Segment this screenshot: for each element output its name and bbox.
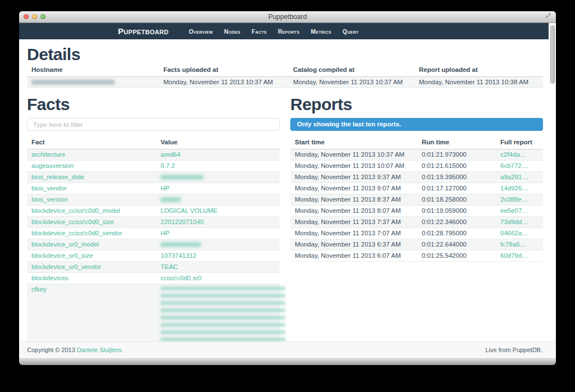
report-run-time: 0:01:22.346000 — [417, 217, 496, 228]
fact-link[interactable]: blockdevice_cciss!c0d0_model — [31, 207, 120, 214]
facts-uploaded-cell: Monday, November 11 2013 10:37 AM — [159, 77, 289, 88]
reports-table: Start time Run time Full report Monday, … — [290, 136, 543, 262]
reports-heading: Reports — [290, 95, 543, 113]
report-hash-link[interactable]: c2f4da… — [500, 151, 526, 158]
facts-table: Fact Value architectureamd64augeasversio… — [27, 136, 280, 341]
report-hash-link[interactable]: fc78a6… — [500, 241, 526, 248]
report-row: Monday, November 11 2013 7:37 AM0:01:22.… — [290, 217, 543, 228]
fact-value-cell — [156, 194, 280, 206]
fact-link[interactable]: cfkey — [31, 286, 47, 293]
report-run-time: 0:01:25.542000 — [417, 250, 496, 262]
fact-link[interactable]: bios_release_date — [31, 174, 84, 180]
copyright-text: Copyright © 2013 — [27, 347, 77, 353]
report-hash-link[interactable]: 14d926… — [500, 185, 528, 192]
fact-row: bios_vendorHP — [27, 183, 280, 194]
author-link[interactable]: Daniele Sluijters — [77, 347, 121, 353]
report-hash-cell: 04662a… — [496, 228, 543, 239]
window-title: Puppetboard — [19, 13, 556, 21]
fact-link[interactable]: blockdevice_sr0_size — [31, 252, 93, 259]
nav-item-nodes[interactable]: Nodes — [218, 28, 246, 35]
fact-row: bios_release_date — [27, 172, 280, 183]
report-hash-link[interactable]: 2c088e… — [500, 196, 528, 203]
fact-link[interactable]: blockdevices — [31, 275, 69, 281]
fact-value-cell: 0.7.2 — [156, 161, 280, 172]
navbar-menu: OverviewNodesFactsReportsMetricsQuery — [183, 28, 364, 35]
nav-item-overview[interactable]: Overview — [183, 28, 218, 35]
catalog-compiled-cell: Monday, November 11 2013 10:37 AM — [289, 77, 414, 88]
fact-link[interactable]: bios_vendor — [31, 185, 67, 192]
fact-value[interactable]: 1073741312 — [161, 252, 197, 259]
fact-row: bios_version — [27, 194, 280, 206]
report-hash-link[interactable]: 04662a… — [500, 230, 528, 236]
report-start-time: Monday, November 11 2013 7:07 AM — [290, 228, 417, 239]
fact-value[interactable]: HP — [161, 185, 170, 192]
fact-link[interactable]: architecture — [31, 151, 65, 158]
report-start-time: Monday, November 11 2013 10:07 AM — [290, 161, 417, 172]
fact-value[interactable]: cciss!c0d0,sr0 — [161, 275, 202, 281]
report-hash-link[interactable]: 6cb772… — [500, 162, 528, 169]
fact-name-cell: architecture — [27, 149, 156, 161]
scrollbar-thumb[interactable] — [550, 25, 555, 84]
fact-value[interactable]: amd64 — [161, 151, 180, 158]
reports-col-full-report: Full report — [496, 136, 543, 149]
facts-col-value: Value — [156, 136, 280, 149]
redacted-value — [161, 197, 181, 202]
nav-item-query[interactable]: Query — [337, 28, 364, 35]
window-titlebar[interactable]: Puppetboard ⤢ — [19, 11, 556, 23]
navbar-brand[interactable]: Puppetboard — [118, 26, 168, 36]
fact-name-cell: blockdevice_cciss!c0d0_model — [27, 206, 156, 217]
fact-link[interactable]: augeasversion — [31, 162, 74, 169]
window-bottom-chrome[interactable] — [19, 358, 556, 365]
fact-link[interactable]: bios_version — [31, 196, 68, 203]
copyright-period: . — [121, 347, 123, 353]
nav-item-reports[interactable]: Reports — [272, 28, 305, 35]
report-hash-cell: 6cb772… — [496, 161, 543, 172]
report-start-time: Monday, November 11 2013 7:37 AM — [290, 217, 417, 228]
details-heading: Details — [27, 45, 543, 63]
report-hash-cell: 60d79d… — [496, 250, 543, 262]
fact-name-cell: bios_release_date — [27, 172, 156, 183]
fact-link[interactable]: blockdevice_cciss!c0d0_vendor — [31, 230, 122, 236]
report-hash-cell: 73d9dd… — [496, 217, 543, 228]
fact-value[interactable]: 220122071040 — [161, 218, 204, 225]
report-hash-cell: c2f4da… — [496, 149, 543, 161]
report-hash-link[interactable]: 60d79d… — [500, 252, 528, 259]
reports-col-start-time: Start time — [290, 136, 417, 149]
report-hash-link[interactable]: 73d9dd… — [500, 218, 528, 225]
fact-link[interactable]: blockdevice_sr0_vendor — [31, 263, 101, 270]
report-hash-link[interactable]: a9a291… — [500, 174, 528, 180]
report-row: Monday, November 11 2013 7:07 AM0:01:28.… — [290, 228, 543, 239]
report-row: Monday, November 11 2013 6:37 AM0:01:22.… — [290, 239, 543, 250]
facts-filter-input[interactable] — [27, 118, 280, 131]
hostname-cell — [27, 77, 159, 88]
report-run-time: 0:01:28.795000 — [417, 228, 496, 239]
scrollbar[interactable] — [549, 23, 556, 358]
fact-row: blockdevice_sr0_vendorTEAC — [27, 262, 280, 273]
fact-value[interactable]: TEAC — [161, 263, 178, 270]
fact-value-cell: TEAC — [156, 262, 280, 273]
report-hash-link[interactable]: ee5e07… — [500, 207, 528, 214]
page-body: Details Hostname Facts uploaded at Catal… — [19, 39, 556, 341]
fact-value-cell — [156, 284, 280, 342]
fact-value[interactable]: 0.7.2 — [161, 162, 175, 169]
fact-value-cell: HP — [156, 183, 280, 194]
fact-value-cell: LOGICAL VOLUME — [156, 206, 280, 217]
reports-alert: Only showing the last ten reports. — [290, 118, 543, 131]
nav-item-metrics[interactable]: Metrics — [305, 28, 337, 35]
report-uploaded-cell: Monday, November 11 2013 10:38 AM — [414, 77, 543, 88]
fact-value[interactable]: LOGICAL VOLUME — [161, 207, 217, 214]
report-run-time: 0:01:18.258000 — [417, 194, 496, 206]
redacted-value — [161, 175, 203, 180]
report-start-time: Monday, November 11 2013 10:37 AM — [290, 149, 417, 161]
fact-link[interactable]: blockdevice_sr0_model — [31, 241, 99, 248]
fact-name-cell: augeasversion — [27, 161, 156, 172]
fact-name-cell: blockdevice_sr0_model — [27, 239, 156, 250]
fact-name-cell: blockdevice_cciss!c0d0_vendor — [27, 228, 156, 239]
report-start-time: Monday, November 11 2013 9:07 AM — [290, 183, 417, 194]
report-start-time: Monday, November 11 2013 8:37 AM — [290, 194, 417, 206]
resize-icon[interactable]: ⤢ — [546, 12, 550, 19]
nav-item-facts[interactable]: Facts — [246, 28, 272, 35]
fact-value[interactable]: HP — [161, 230, 170, 236]
details-col-hostname: Hostname — [27, 63, 159, 77]
fact-link[interactable]: blockdevice_cciss!c0d0_size — [31, 218, 114, 225]
